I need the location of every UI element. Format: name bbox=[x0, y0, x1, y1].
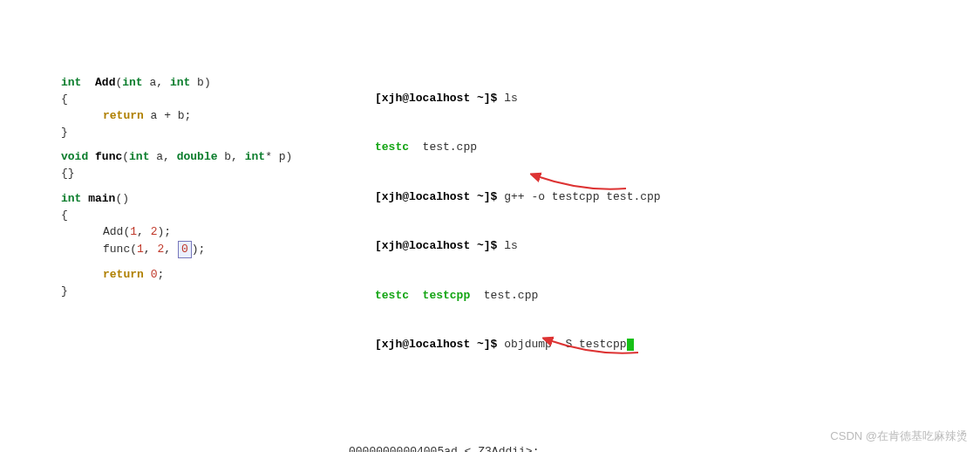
code-line: } bbox=[61, 284, 366, 300]
terminal-line: testc test.cpp bbox=[375, 140, 980, 156]
code-line: func(1, 2, 0); bbox=[61, 241, 366, 259]
keyword: int bbox=[61, 76, 81, 89]
terminal-line: [xjh@localhost ~]$ objdump -S testcpp bbox=[375, 337, 980, 353]
code-line: return a + b; bbox=[61, 108, 366, 125]
code-line: Add(1, 2); bbox=[61, 224, 366, 241]
terminal-cursor bbox=[627, 339, 634, 351]
terminal-line: testc testcpp test.cpp bbox=[375, 288, 980, 305]
source-code-pane: int Add(int a, int b) { return a + b; } … bbox=[0, 58, 366, 452]
symbol-header: 00000000004005ad <_Z3Addii>: bbox=[349, 444, 980, 452]
code-line: int main() bbox=[61, 191, 366, 208]
code-line: {} bbox=[61, 166, 366, 182]
function-name: Add bbox=[95, 76, 115, 89]
terminal-line: [xjh@localhost ~]$ g++ -o testcpp test.c… bbox=[375, 189, 980, 206]
code-line: { bbox=[61, 92, 366, 108]
terminal-pane: [xjh@localhost ~]$ ls testc test.cpp [xj… bbox=[366, 58, 980, 452]
terminal-line: [xjh@localhost ~]$ ls bbox=[375, 238, 980, 255]
code-line: { bbox=[61, 208, 366, 224]
code-line: } bbox=[61, 125, 366, 141]
code-line: return 0; bbox=[61, 267, 366, 284]
watermark: CSDN @在肯德基吃麻辣烫 bbox=[830, 428, 968, 445]
terminal-line: [xjh@localhost ~]$ ls bbox=[375, 91, 980, 107]
code-line: int Add(int a, int b) bbox=[61, 75, 366, 92]
code-line: void func(int a, double b, int* p) bbox=[61, 149, 366, 166]
